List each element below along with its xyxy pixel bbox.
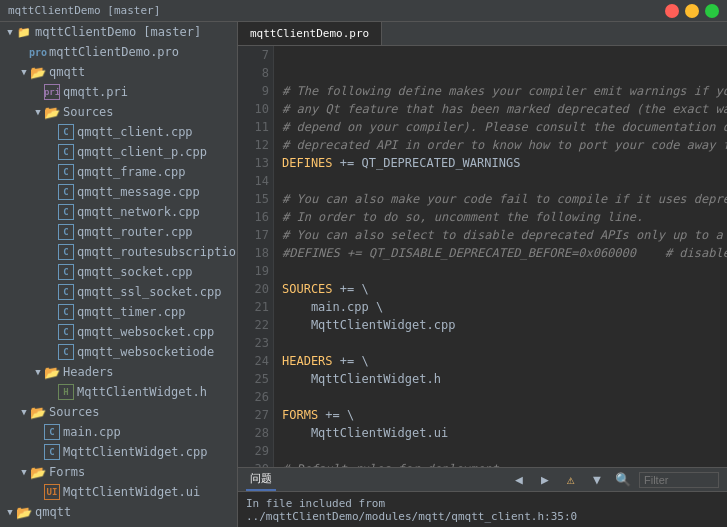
title-bar: mqttClientDemo [master]: [0, 0, 727, 22]
main-area: ▼📁mqttClientDemo [master]promqttClientDe…: [0, 22, 727, 527]
sidebar-item-mqttClientWidget-h[interactable]: HMqttClientWidget.h: [0, 382, 237, 402]
sidebar-item-qmqtt-router-cpp[interactable]: Cqmqtt_router.cpp: [0, 222, 237, 242]
tree-icon-cpp: C: [58, 124, 74, 140]
tree-arrow: [32, 86, 44, 98]
sidebar-item-qmqtt-socket-cpp[interactable]: Cqmqtt_socket.cpp: [0, 262, 237, 282]
tree-icon-project: 📁: [16, 24, 32, 40]
tree-icon-folder: 📂: [16, 504, 32, 520]
tree-icon-cpp: C: [58, 224, 74, 240]
title-bar-controls: [665, 4, 719, 18]
code-line: # deprecated API in order to know how to…: [282, 136, 719, 154]
search-problems-icon[interactable]: 🔍: [613, 470, 633, 490]
tree-label: Sources: [63, 105, 114, 119]
tree-arrow: ▼: [4, 506, 16, 518]
tree-label: qmqtt_client.cpp: [77, 125, 193, 139]
sidebar-item-qmqtt-timer-cpp[interactable]: Cqmqtt_timer.cpp: [0, 302, 237, 322]
sidebar-item-qmqtt-network-cpp[interactable]: Cqmqtt_network.cpp: [0, 202, 237, 222]
tree-label: MqttClientWidget.ui: [63, 485, 200, 499]
code-line: # You can also select to disable depreca…: [282, 226, 719, 244]
sidebar-item-qmqtt-message-cpp[interactable]: Cqmqtt_message.cpp: [0, 182, 237, 202]
tree-label: qmqtt_message.cpp: [77, 185, 200, 199]
tree-icon-pro: pro: [30, 44, 46, 60]
code-line: MqttClientWidget.cpp: [282, 316, 719, 334]
problems-text: In file included from ../mqttClientDemo/…: [246, 497, 719, 523]
tree-arrow: ▼: [18, 406, 30, 418]
tree-icon-folder: 📂: [30, 404, 46, 420]
code-line: HEADERS += \: [282, 352, 719, 370]
sidebar-item-mqttClientWidget-ui[interactable]: UIMqttClientWidget.ui: [0, 482, 237, 502]
tree-icon-folder: 📂: [44, 104, 60, 120]
tree-icon-cpp: C: [44, 424, 60, 440]
line-number: 9: [242, 82, 269, 100]
problems-tabs: 问题 ◀ ▶ ⚠ ▼ 🔍: [238, 468, 727, 492]
sidebar-item-qmqtt-websocket-cpp[interactable]: Cqmqtt_websocket.cpp: [0, 322, 237, 342]
filter-input[interactable]: [639, 472, 719, 488]
sidebar-item-mqttClientDemo-pro[interactable]: promqttClientDemo.pro: [0, 42, 237, 62]
line-number: 22: [242, 316, 269, 334]
problems-panel: 问题 ◀ ▶ ⚠ ▼ 🔍 In file included from ../mq…: [238, 467, 727, 527]
filter-icon[interactable]: ▼: [587, 470, 607, 490]
tree-arrow: ▼: [18, 466, 30, 478]
sidebar-item-headers-1[interactable]: ▼📂Headers: [0, 362, 237, 382]
tab-problems[interactable]: 问题: [246, 468, 276, 491]
tree-arrow: [46, 286, 58, 298]
sidebar-item-qmqtt-client-p-cpp[interactable]: Cqmqtt_client_p.cpp: [0, 142, 237, 162]
tree-label: Sources: [49, 405, 100, 419]
tree-label: main.cpp: [63, 425, 121, 439]
tree-icon-cpp: C: [58, 324, 74, 340]
line-number: 19: [242, 262, 269, 280]
code-line: # Default rules for deployment.: [282, 460, 719, 467]
tree-icon-cpp: C: [58, 164, 74, 180]
warning-filter-icon[interactable]: ⚠: [561, 470, 581, 490]
sidebar-item-sources-2[interactable]: ▼📂Sources: [0, 402, 237, 422]
tree-icon-cpp: C: [58, 244, 74, 260]
tree-icon-cpp: C: [58, 184, 74, 200]
close-button[interactable]: [665, 4, 679, 18]
tree-arrow: [32, 486, 44, 498]
tree-label: qmqtt_websocketiode: [77, 345, 214, 359]
minimize-button[interactable]: [685, 4, 699, 18]
tree-label: qmqtt: [35, 505, 71, 519]
tab-label: mqttClientDemo.pro: [250, 27, 369, 40]
sidebar-item-qmqtt-sub[interactable]: ▼📂qmqtt: [0, 502, 237, 522]
editor-tab-bar: mqttClientDemo.pro: [238, 22, 727, 46]
sidebar-item-qmqtt[interactable]: ▼📂qmqtt: [0, 62, 237, 82]
line-number: 20: [242, 280, 269, 298]
problems-content: In file included from ../mqttClientDemo/…: [238, 492, 727, 527]
sidebar-item-sources-1[interactable]: ▼📂Sources: [0, 102, 237, 122]
code-line: SOURCES += \: [282, 280, 719, 298]
sidebar-item-forms-1[interactable]: ▼📂Forms: [0, 462, 237, 482]
nav-forward-btn[interactable]: ▶: [535, 470, 555, 490]
tree-label: qmqtt: [49, 65, 85, 79]
sidebar-item-qmqtt-pri[interactable]: priqmqtt.pri: [0, 82, 237, 102]
sidebar-item-main-cpp[interactable]: Cmain.cpp: [0, 422, 237, 442]
tree-label: MqttClientWidget.cpp: [63, 445, 208, 459]
code-line: # The following define makes your compil…: [282, 82, 719, 100]
line-numbers: 7891011121314151617181920212223242526272…: [238, 46, 274, 467]
tree-icon-cpp: C: [44, 444, 60, 460]
tree-arrow: ▼: [18, 66, 30, 78]
sidebar-item-qmqtt-routesubscript[interactable]: Cqmqtt_routesubscriptio: [0, 242, 237, 262]
code-line: # depend on your compiler). Please consu…: [282, 118, 719, 136]
nav-back-btn[interactable]: ◀: [509, 470, 529, 490]
code-line: [282, 172, 719, 190]
code-line: # any Qt feature that has been marked de…: [282, 100, 719, 118]
sidebar-item-qmqtt-ssl-socket-cpp[interactable]: Cqmqtt_ssl_socket.cpp: [0, 282, 237, 302]
tree-arrow: [46, 146, 58, 158]
sidebar-item-qmqtt-pro[interactable]: proqmqtt.pro: [0, 522, 237, 527]
maximize-button[interactable]: [705, 4, 719, 18]
sidebar-item-mqttClientWidget-cpp[interactable]: CMqttClientWidget.cpp: [0, 442, 237, 462]
tree-arrow: [46, 226, 58, 238]
sidebar-item-qmqtt-websocketiode[interactable]: Cqmqtt_websocketiode: [0, 342, 237, 362]
sidebar-item-qmqtt-frame-cpp[interactable]: Cqmqtt_frame.cpp: [0, 162, 237, 182]
tree-icon-ui: UI: [44, 484, 60, 500]
code-line: # You can also make your code fail to co…: [282, 190, 719, 208]
tab-mqttclientdemo-pro[interactable]: mqttClientDemo.pro: [238, 22, 382, 45]
tree-arrow: [32, 426, 44, 438]
editor-content[interactable]: 7891011121314151617181920212223242526272…: [238, 46, 727, 467]
line-number: 16: [242, 208, 269, 226]
code-line: [282, 388, 719, 406]
line-number: 14: [242, 172, 269, 190]
sidebar-item-root-project[interactable]: ▼📁mqttClientDemo [master]: [0, 22, 237, 42]
sidebar-item-qmqtt-client-cpp[interactable]: Cqmqtt_client.cpp: [0, 122, 237, 142]
